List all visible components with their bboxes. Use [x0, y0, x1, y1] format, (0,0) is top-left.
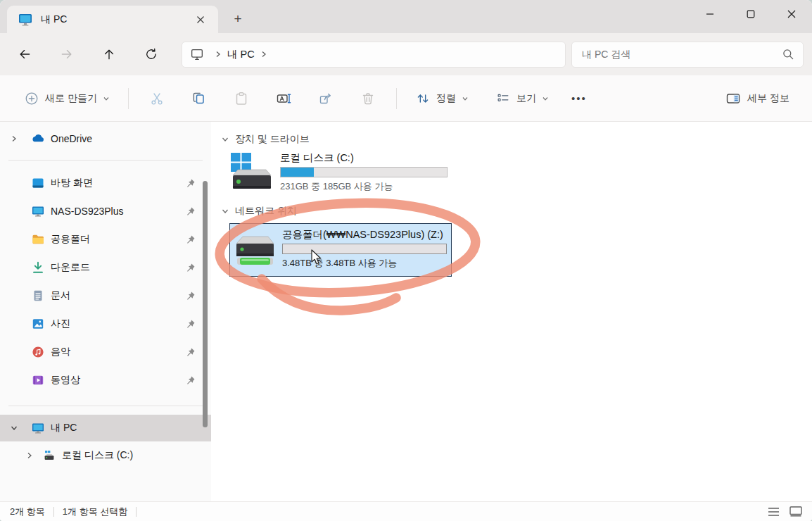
folder-icon: [31, 232, 45, 246]
drive-name: 로컬 디스크 (C:): [280, 151, 448, 165]
pin-icon: [185, 291, 196, 301]
tab-close-icon[interactable]: [191, 11, 210, 29]
tab-title: 내 PC: [41, 13, 191, 26]
pictures-icon: [31, 317, 45, 331]
onedrive-cloud-icon: [31, 132, 45, 146]
sidebar-item-music[interactable]: 음악: [0, 338, 211, 366]
status-divider: [136, 507, 137, 517]
local-disk-icon: [42, 448, 56, 463]
sidebar-item-nas[interactable]: NAS-DS923Plus: [0, 197, 211, 225]
plus-circle-icon: [24, 91, 39, 106]
chevron-down-icon[interactable]: [10, 424, 20, 432]
more-options-icon[interactable]: •••: [571, 92, 587, 104]
usage-bar-fill: [281, 168, 314, 177]
chevron-down-icon: [221, 135, 229, 144]
pin-icon: [185, 178, 196, 189]
up-icon[interactable]: [96, 42, 122, 67]
pin-icon: [185, 375, 196, 386]
sidebar-item-documents[interactable]: 문서: [0, 282, 211, 310]
toolbar-divider: [396, 88, 397, 109]
monitor-icon: [31, 421, 45, 435]
sidebar-item-desktop[interactable]: 바탕 화면: [0, 169, 211, 197]
details-button[interactable]: 세부 정보: [721, 84, 794, 113]
chevron-right-icon[interactable]: [25, 451, 35, 460]
forward-icon[interactable]: [53, 42, 80, 67]
chevron-down-icon: [103, 95, 110, 102]
sidebar-item-videos[interactable]: 동영상: [0, 366, 211, 394]
document-icon: [31, 289, 45, 303]
close-button[interactable]: [771, 0, 812, 28]
sidebar-item-local-disk-c[interactable]: 로컬 디스크 (C:): [0, 441, 211, 470]
share-icon[interactable]: [312, 84, 340, 113]
drive-name: 공용폴더(₩₩NAS-DS923Plus) (Z:): [282, 228, 447, 241]
search-box[interactable]: [571, 42, 804, 68]
video-icon: [31, 373, 45, 387]
details-pane-icon: [725, 90, 742, 107]
list-view-icon[interactable]: [768, 507, 780, 517]
capacity-text: 3.48TB 중 3.48TB 사용 가능: [282, 257, 447, 270]
navigation-pane: OneDrive 바탕 화면 NAS-DS923Plus 공용폴더 다운로드: [0, 122, 211, 501]
pin-icon: [185, 234, 196, 245]
new-tab-button[interactable]: +: [228, 10, 248, 28]
pin-icon: [185, 263, 196, 273]
capacity-text: 231GB 중 185GB 사용 가능: [280, 180, 448, 193]
view-icon: [495, 91, 511, 106]
sidebar-item-my-pc[interactable]: 내 PC: [0, 415, 211, 441]
item-count: 2개 항목: [10, 506, 45, 518]
chevron-down-icon: [462, 95, 469, 102]
chevron-down-icon: [221, 207, 229, 215]
pin-icon: [185, 319, 196, 329]
chevron-right-icon[interactable]: [10, 134, 20, 143]
chevron-down-icon: [542, 95, 549, 102]
monitor-icon: [31, 204, 45, 218]
sidebar-item-shared-folder[interactable]: 공용폴더: [0, 225, 211, 253]
desktop-icon: [31, 176, 45, 190]
breadcrumb-my-pc[interactable]: 내 PC: [227, 48, 255, 61]
large-icons-view-icon[interactable]: [789, 506, 802, 517]
music-icon: [31, 345, 45, 359]
navigation-bar: 내 PC: [0, 33, 812, 75]
search-icon: [782, 48, 794, 61]
explorer-body: OneDrive 바탕 화면 NAS-DS923Plus 공용폴더 다운로드: [0, 122, 812, 501]
usage-bar: [282, 244, 447, 254]
tab-my-pc[interactable]: 내 PC: [7, 6, 218, 33]
sort-icon: [415, 91, 431, 106]
new-button[interactable]: 새로 만들기: [20, 84, 114, 113]
sidebar-item-onedrive[interactable]: OneDrive: [0, 126, 211, 151]
pin-icon: [185, 206, 196, 217]
drive-local-disk-c[interactable]: 로컬 디스크 (C:) 231GB 중 185GB 사용 가능: [227, 151, 453, 195]
sidebar-divider: [8, 160, 203, 161]
toolbar-divider: [128, 88, 129, 109]
address-bar[interactable]: 내 PC: [182, 42, 566, 68]
local-disk-drive-icon: [227, 151, 273, 195]
sidebar-scrollbar[interactable]: [203, 181, 208, 427]
search-input[interactable]: [582, 49, 782, 60]
section-network-locations[interactable]: 네트워크 위치: [221, 205, 297, 218]
back-icon[interactable]: [11, 42, 38, 67]
delete-icon[interactable]: [354, 84, 382, 113]
monitor-icon: [18, 13, 32, 26]
view-button[interactable]: 보기: [491, 84, 553, 113]
maximize-button[interactable]: [730, 0, 771, 28]
cut-icon[interactable]: [143, 84, 171, 113]
section-devices-and-drives[interactable]: 장치 및 드라이브: [221, 133, 310, 146]
network-drive-icon: [234, 234, 275, 272]
usage-bar: [280, 167, 448, 177]
copy-icon[interactable]: [185, 84, 213, 113]
refresh-icon[interactable]: [138, 42, 165, 67]
tab-bar: 내 PC +: [0, 0, 812, 33]
paste-icon[interactable]: [227, 84, 255, 113]
content-pane: 장치 및 드라이브 로컬 디스크 (C:) 231GB 중 185GB 사용 가…: [211, 122, 812, 501]
window-controls: [690, 0, 812, 28]
status-bar: 2개 항목 1개 항목 선택함: [0, 501, 812, 521]
rename-icon[interactable]: [269, 84, 298, 113]
sidebar-item-pictures[interactable]: 사진: [0, 310, 211, 338]
minimize-button[interactable]: [690, 0, 730, 28]
breadcrumb-chevron-icon: [260, 50, 267, 58]
sidebar-item-downloads[interactable]: 다운로드: [0, 253, 211, 282]
sort-button[interactable]: 정렬: [411, 84, 473, 113]
command-toolbar: 새로 만들기 정렬 보기 ••• 세부 정보: [0, 75, 812, 122]
pin-icon: [185, 347, 196, 358]
drive-network-z[interactable]: 공용폴더(₩₩NAS-DS923Plus) (Z:) 3.48TB 중 3.48…: [229, 223, 452, 277]
download-icon: [31, 260, 45, 275]
